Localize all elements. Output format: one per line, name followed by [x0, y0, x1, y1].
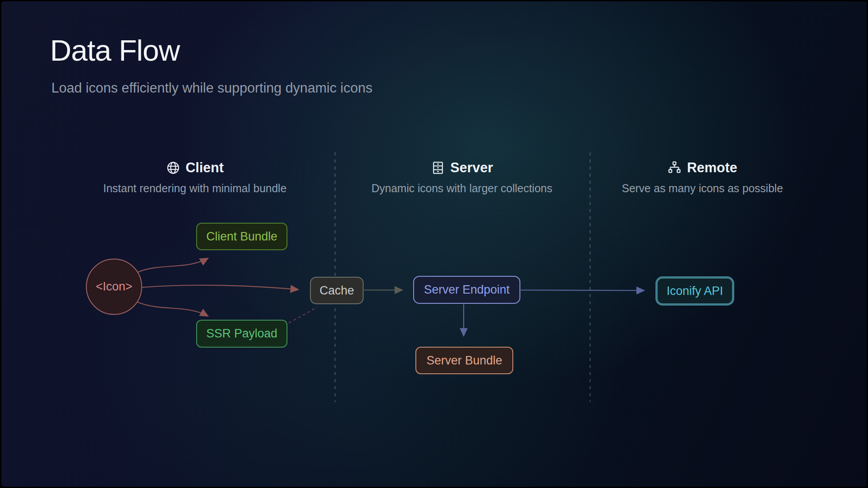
node-label: Client Bundle [206, 230, 278, 244]
node-label: Server Endpoint [424, 283, 510, 297]
globe-icon [166, 161, 180, 175]
page-subtitle: Load icons efficiently while supporting … [51, 80, 372, 96]
node-label: SSR Payload [206, 327, 278, 341]
column-dividers [1, 1, 868, 488]
network-icon [667, 161, 682, 175]
column-header-remote: Remote Serve as many icons as possible [561, 160, 844, 195]
edge-ssr-payload-to-cache-dashed [289, 307, 317, 323]
node-server-bundle: Server Bundle [415, 347, 513, 374]
node-cache: Cache [310, 277, 364, 304]
node-client-bundle: Client Bundle [196, 223, 287, 250]
node-label: Cache [319, 284, 354, 298]
column-description: Instant rendering with minimal bundle [53, 182, 337, 195]
edge-server-endpoint-to-iconify-api [521, 290, 644, 290]
column-label: Server [450, 160, 493, 176]
node-iconify-api: Iconify API [655, 276, 734, 306]
column-label: Client [186, 160, 224, 176]
server-icon [431, 161, 445, 175]
page-title: Data Flow [50, 33, 180, 67]
node-label: Iconify API [666, 284, 723, 298]
node-icon-source: <Icon> [86, 259, 142, 315]
edge-icon-to-cache [142, 285, 298, 290]
edge-icon-to-ssr-payload [137, 302, 208, 316]
node-ssr-payload: SSR Payload [196, 320, 287, 348]
column-label: Remote [687, 160, 737, 176]
diagram-edges [1, 1, 868, 488]
edge-icon-to-client-bundle [137, 258, 208, 272]
node-label: <Icon> [96, 280, 132, 294]
node-server-endpoint: Server Endpoint [413, 276, 520, 304]
column-header-client: Client Instant rendering with minimal bu… [53, 160, 337, 195]
column-description: Serve as many icons as possible [561, 182, 844, 195]
data-flow-slide: Data Flow Load icons efficiently while s… [0, 0, 868, 488]
node-label: Server Bundle [426, 354, 502, 368]
